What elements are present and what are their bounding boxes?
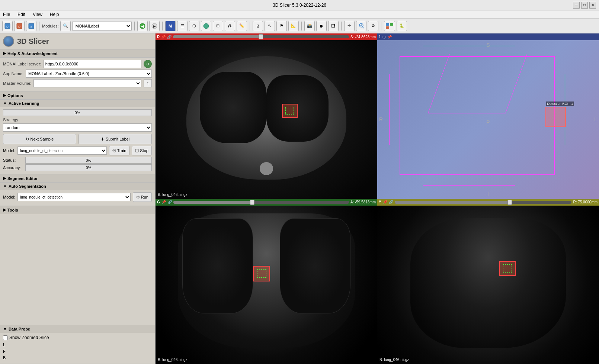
record-button[interactable]: ⏺ bbox=[316, 21, 327, 31]
al-arrow-icon: ▼ bbox=[3, 101, 7, 106]
run-button[interactable]: ⚙ Run bbox=[133, 192, 152, 202]
sagittal-detection-roi bbox=[499, 261, 516, 276]
submit-label-button[interactable]: ⬇ Submit Label bbox=[79, 134, 152, 144]
svg-rect-16 bbox=[390, 23, 393, 26]
svg-text:D: D bbox=[6, 25, 9, 28]
nav-back-button[interactable]: ◀ bbox=[137, 21, 148, 31]
coronal-link-icon: 🔗 bbox=[167, 200, 172, 204]
modules-search-button[interactable]: 🔍 bbox=[60, 21, 71, 31]
server-content: MONAI Label server: ↺ App Name: MONAILab… bbox=[0, 58, 155, 91]
menu-help[interactable]: Help bbox=[48, 11, 61, 18]
data-probe-header[interactable]: ▼ Data Probe bbox=[0, 325, 155, 333]
settings-button[interactable]: ⚙ bbox=[368, 21, 378, 31]
auto-seg-model-select[interactable]: lung_nodule_ct_detection bbox=[17, 193, 131, 201]
al-model-row: Model: lung_nodule_ct_detection Train St… bbox=[3, 146, 152, 155]
app-title: 3D Slicer 5.3.0-2022-12-26 bbox=[273, 3, 326, 8]
spacer bbox=[0, 214, 155, 325]
grid-button[interactable]: ⊞ bbox=[213, 21, 223, 31]
accuracy-row: Accuracy: 0% bbox=[3, 164, 152, 171]
strategy-select[interactable]: random bbox=[3, 123, 152, 132]
coronal-viewport[interactable]: G 📌 🔗 A: -59.5813mm bbox=[156, 199, 377, 364]
appname-select[interactable]: MONAILabel - Zoo/Bundle (0.6.0) bbox=[26, 70, 152, 78]
axial-lung-left bbox=[200, 72, 266, 143]
active-learning-header[interactable]: ▼ Active Learning bbox=[0, 100, 155, 107]
flag-button[interactable]: ⚑ bbox=[276, 21, 287, 31]
options-label: Options bbox=[7, 93, 23, 98]
seg-arrow-icon: ▶ bbox=[3, 176, 6, 181]
nav-forward-button[interactable]: ▶ bbox=[149, 21, 160, 31]
3d-box-button[interactable]: ⬡ bbox=[189, 21, 199, 31]
coronal-scan-bg bbox=[156, 206, 377, 364]
axial-slice-bar[interactable] bbox=[173, 35, 349, 38]
al-model-select[interactable]: lung_nodule_ct_detection bbox=[17, 146, 107, 155]
menu-view[interactable]: View bbox=[31, 11, 44, 18]
upload-button[interactable]: ↑ bbox=[144, 79, 152, 87]
coronal-slice-bar[interactable] bbox=[173, 201, 349, 204]
load-dicom-button[interactable]: D bbox=[2, 21, 13, 31]
main-container: 3D Slicer ▶ Help & Acknowledgement MONAI… bbox=[0, 33, 599, 364]
layout-list-button[interactable]: ☰ bbox=[177, 21, 188, 31]
cursor-button[interactable]: ↖ bbox=[265, 21, 275, 31]
toolbar-separator-1 bbox=[39, 22, 39, 30]
m-button[interactable]: M bbox=[165, 21, 176, 31]
data-probe-content: Show Zoomed Slice L F B bbox=[0, 333, 155, 364]
show-zoomed-checkbox[interactable] bbox=[3, 335, 8, 340]
mastervol-select[interactable] bbox=[33, 79, 141, 87]
axial-scan-bg bbox=[156, 40, 377, 199]
screenshot-button[interactable]: 📸 bbox=[304, 21, 315, 31]
scatter-button[interactable]: ⁂ bbox=[225, 21, 235, 31]
sagittal-slice-value: R: 75.0000mm bbox=[573, 200, 598, 204]
3d-icon: ⬡ bbox=[382, 35, 386, 39]
modules-label: Modules: bbox=[42, 24, 59, 28]
3d-bg: S I R L P Detection ROI - 1 bbox=[377, 40, 599, 199]
orient-p-label: P bbox=[486, 119, 490, 125]
axial-roi-inner bbox=[285, 107, 294, 114]
ruler-button[interactable]: 📐 bbox=[288, 21, 299, 31]
tools-label: Tools bbox=[7, 208, 18, 212]
menu-file[interactable]: File bbox=[1, 11, 12, 18]
window-controls: ─ □ ✕ bbox=[573, 2, 596, 9]
sphere-button[interactable] bbox=[201, 21, 211, 31]
3d-viewport[interactable]: 1 ⬡ 📌 S I R bbox=[377, 33, 599, 199]
pen-button[interactable]: ✏️ bbox=[237, 21, 247, 31]
sagittal-viewport[interactable]: Y 📌 🔗 R: 75.0000mm B: lung_046.nii.gz bbox=[377, 199, 599, 364]
axial-content: B: lung_046.nii.gz bbox=[156, 40, 377, 199]
auto-seg-model-label: Model: bbox=[3, 195, 15, 199]
auto-seg-header[interactable]: ▼ Auto Segmentation bbox=[0, 183, 155, 190]
load-data-button[interactable]: D bbox=[14, 21, 25, 31]
crosshair-button[interactable]: ✛ bbox=[344, 21, 355, 31]
menu-edit[interactable]: Edit bbox=[16, 11, 27, 18]
help-section-header[interactable]: ▶ Help & Acknowledgement bbox=[0, 49, 155, 57]
film-button[interactable]: 🎞 bbox=[328, 21, 339, 31]
stop-button[interactable]: Stop bbox=[132, 146, 152, 155]
next-sample-button[interactable]: ↻ Next Sample bbox=[3, 134, 76, 144]
module-selector[interactable]: MONAILabel bbox=[72, 22, 132, 30]
mastervol-label: Master Volume: bbox=[3, 81, 31, 86]
zoom-button[interactable] bbox=[356, 21, 366, 31]
options-header[interactable]: ▶ Options bbox=[0, 91, 155, 99]
save-button[interactable]: S bbox=[26, 21, 36, 31]
server-input[interactable] bbox=[44, 60, 141, 68]
close-button[interactable]: ✕ bbox=[589, 2, 596, 9]
train-button[interactable]: Train bbox=[109, 146, 130, 155]
left-panel: 3D Slicer ▶ Help & Acknowledgement MONAI… bbox=[0, 33, 156, 364]
segment-editor-header[interactable]: ▶ Segment Editor bbox=[0, 174, 155, 182]
toolbar-separator-2 bbox=[134, 22, 135, 30]
tools-header[interactable]: ▶ Tools bbox=[0, 206, 155, 214]
axial-pin-icon: 📌 bbox=[161, 35, 166, 39]
server-refresh-button[interactable]: ↺ bbox=[144, 60, 152, 68]
sagittal-scan-bg bbox=[377, 206, 599, 364]
next-sample-icon: ↻ bbox=[26, 137, 29, 142]
orientation-box bbox=[400, 56, 555, 175]
minimize-button[interactable]: ─ bbox=[573, 2, 580, 9]
sagittal-slice-bar[interactable] bbox=[395, 201, 572, 204]
monitor-button[interactable]: 🖥 bbox=[253, 21, 263, 31]
axial-viewport[interactable]: R 📌 🔗 S: -24.8628mm bbox=[156, 33, 377, 199]
maximize-button[interactable]: □ bbox=[581, 2, 588, 9]
svg-text:S: S bbox=[30, 25, 32, 28]
probe-label: Data Probe bbox=[9, 327, 30, 331]
viewport-area: R 📌 🔗 S: -24.8628mm bbox=[156, 33, 599, 364]
slicer-ext1[interactable] bbox=[384, 21, 395, 31]
tools-section: ▶ Tools bbox=[0, 206, 155, 214]
python-button[interactable]: 🐍 bbox=[397, 21, 407, 31]
